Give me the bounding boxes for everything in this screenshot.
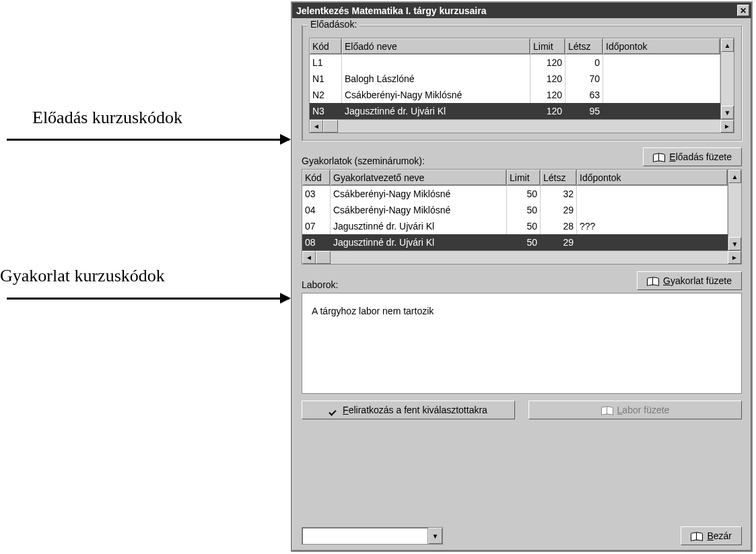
practices-col-limit[interactable]: Limit: [507, 170, 541, 185]
scroll-right-icon[interactable]: ►: [720, 120, 734, 133]
lectures-col-letsz[interactable]: Létsz: [565, 38, 603, 54]
lectures-vscroll[interactable]: ▲ ▼: [720, 38, 734, 119]
cell: [577, 234, 728, 250]
status-combo-value: [302, 528, 427, 544]
cell: 120: [530, 103, 565, 119]
close-icon[interactable]: ✕: [737, 5, 749, 16]
cell: 120: [530, 71, 565, 87]
cell: 63: [565, 87, 603, 103]
status-combo[interactable]: ▼: [302, 527, 443, 545]
table-row[interactable]: N2Csákberényi-Nagy Miklósné12063: [310, 87, 720, 103]
titlebar[interactable]: Jelentkezés Matematika I. tárgy kurzusai…: [292, 3, 751, 18]
cell: Jagusztinné dr. Ujvári Kl: [331, 218, 507, 234]
cell: 0: [565, 55, 603, 71]
cell: 08: [302, 234, 331, 250]
arrow-practice-codes: [7, 298, 289, 300]
scroll-right-icon[interactable]: ►: [728, 251, 741, 264]
cell: [577, 186, 728, 202]
cell: [342, 55, 530, 71]
cell: ???: [577, 218, 728, 234]
arrow-lecture-codes: [7, 139, 289, 141]
subscribe-button[interactable]: Feliratkozás a fent kiválasztottakra: [302, 401, 515, 419]
cell: [603, 71, 720, 87]
lectures-col-nev[interactable]: Előadó neve: [342, 38, 530, 54]
cell: [603, 55, 720, 71]
cell: 50: [507, 218, 541, 234]
lectures-group: Előadások: Kód Előadó neve Limit Létsz I…: [302, 25, 742, 141]
cell: Csákberényi-Nagy Miklósné: [342, 87, 530, 103]
table-row[interactable]: 04Csákberényi-Nagy Miklósné5029: [302, 202, 728, 218]
cell: 03: [302, 186, 331, 202]
lectures-hscroll[interactable]: ◄ ►: [309, 120, 734, 133]
table-row[interactable]: 07Jagusztinné dr. Ujvári Kl5028???: [302, 218, 728, 234]
cell: Jagusztinné dr. Ujvári Kl: [342, 103, 530, 119]
chevron-down-icon[interactable]: ▼: [427, 528, 442, 544]
table-row[interactable]: N3Jagusztinné dr. Ujvári Kl12095: [310, 103, 720, 119]
cell: [603, 87, 720, 103]
table-row[interactable]: N1Balogh Lászlóné12070: [310, 71, 720, 87]
lectures-group-label: Előadások:: [308, 19, 359, 30]
labs-empty-text: A tárgyhoz labor nem tartozik: [312, 306, 434, 316]
cell: Csákberényi-Nagy Miklósné: [331, 202, 507, 218]
cell: Balogh Lászlóné: [342, 71, 530, 87]
scroll-thumb[interactable]: [316, 251, 331, 264]
scroll-up-icon[interactable]: ▲: [728, 170, 741, 183]
table-row[interactable]: L11200: [310, 55, 720, 71]
scroll-up-icon[interactable]: ▲: [721, 38, 734, 52]
annotation-practice-codes: Gyakorlat kurzuskódok: [0, 266, 165, 286]
scroll-track[interactable]: [728, 183, 741, 237]
lectures-col-kod[interactable]: Kód: [310, 38, 342, 54]
labs-section-label: Laborok:: [302, 279, 338, 290]
practices-col-letsz[interactable]: Létsz: [541, 170, 577, 185]
cell: 50: [507, 234, 541, 250]
cell: 29: [541, 234, 577, 250]
practices-section-label: Gyakorlatok (szeminárumok):: [302, 155, 425, 166]
practices-col-ido[interactable]: Időpontok: [577, 170, 728, 185]
scroll-left-icon[interactable]: ◄: [310, 120, 323, 133]
scroll-down-icon[interactable]: ▼: [721, 106, 734, 119]
dialog-window: Jelentkezés Matematika I. tárgy kurzusai…: [291, 1, 753, 552]
close-button[interactable]: Bezár: [681, 526, 742, 545]
annotation-lecture-codes: Előadás kurzuskódok: [32, 108, 182, 128]
cell: N3: [310, 103, 342, 119]
cell: L1: [310, 55, 342, 71]
lectures-col-limit[interactable]: Limit: [530, 38, 565, 54]
cell: 95: [565, 103, 603, 119]
cell: 50: [507, 186, 541, 202]
practice-notes-button[interactable]: Gyakorlat füzete: [637, 271, 742, 290]
scroll-track[interactable]: [721, 52, 734, 106]
cell: 50: [507, 202, 541, 218]
practices-col-nev[interactable]: Gyakorlatvezető neve: [331, 170, 507, 185]
table-row[interactable]: 03Csákberényi-Nagy Miklósné5032: [302, 186, 728, 202]
cell: N2: [310, 87, 342, 103]
cell: [577, 202, 728, 218]
cell: 29: [541, 202, 577, 218]
lecture-notes-button[interactable]: Előadás füzete: [643, 147, 742, 166]
cell: Csákberényi-Nagy Miklósné: [331, 186, 507, 202]
scroll-down-icon[interactable]: ▼: [728, 237, 741, 250]
scroll-left-icon[interactable]: ◄: [302, 251, 316, 264]
cell: 70: [565, 71, 603, 87]
lectures-col-ido[interactable]: Időpontok: [603, 38, 720, 54]
practices-vscroll[interactable]: ▲ ▼: [728, 170, 741, 250]
practices-hscroll[interactable]: ◄ ►: [302, 251, 742, 265]
cell: 28: [541, 218, 577, 234]
cell: 120: [530, 55, 565, 71]
practices-col-kod[interactable]: Kód: [302, 170, 331, 185]
cell: 07: [302, 218, 331, 234]
cell: N1: [310, 71, 342, 87]
book-icon: [653, 152, 665, 162]
practices-header-row: Kód Gyakorlatvezető neve Limit Létsz Idő…: [302, 170, 728, 186]
cell: [603, 103, 720, 119]
cell: 04: [302, 202, 331, 218]
practices-list: Kód Gyakorlatvezető neve Limit Létsz Idő…: [302, 169, 742, 251]
table-row[interactable]: 08Jagusztinné dr. Ujvári Kl5029: [302, 234, 728, 250]
window-title: Jelentkezés Matematika I. tárgy kurzusai…: [296, 5, 486, 16]
scroll-thumb[interactable]: [323, 120, 338, 133]
check-icon: [329, 405, 339, 415]
labs-box: A tárgyhoz labor nem tartozik: [302, 293, 742, 394]
cell: 32: [541, 186, 577, 202]
book-icon: [601, 405, 613, 415]
book-icon: [647, 276, 659, 285]
lectures-list: Kód Előadó neve Limit Létsz Időpontok L1…: [309, 38, 734, 120]
